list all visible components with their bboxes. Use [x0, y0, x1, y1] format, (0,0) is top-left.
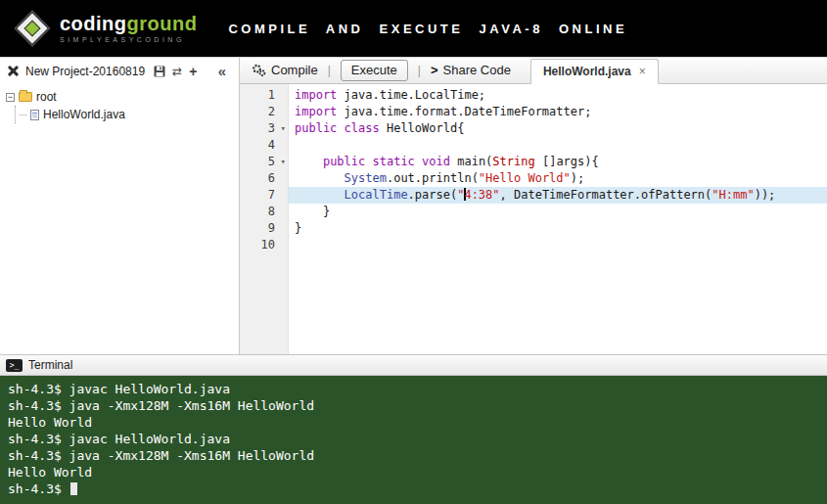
tree-children: HelloWorld.java [15, 106, 233, 123]
code-token: class [345, 121, 380, 135]
terminal-line: sh-4.3$ java -Xmx128M -Xms16M HelloWorld [8, 397, 819, 414]
code-line[interactable]: System.out.println("Hello World"); [289, 170, 827, 187]
terminal-line: sh-4.3$ javac HelloWorld.java [8, 431, 819, 447]
sync-project-icon[interactable]: ⇄ [172, 66, 182, 77]
code-token: public [323, 155, 365, 168]
code-token: } [295, 205, 330, 218]
editor-column: Compile | Execute | > Share Code HelloWo… [240, 58, 827, 354]
code-token: public [295, 121, 337, 135]
gutter-line-number: 3▾ [240, 120, 288, 137]
page-title: COMPILE AND EXECUTE JAVA-8 ONLINE [228, 22, 627, 36]
gutter-line-number: 9 [240, 220, 288, 237]
editor-lines[interactable]: import java.time.LocalTime;import java.t… [289, 84, 827, 354]
terminal-title: Terminal [28, 358, 72, 372]
save-icon[interactable] [154, 66, 165, 77]
fold-arrow-icon[interactable]: ▾ [281, 120, 286, 137]
terminal-header: >_ Terminal [0, 354, 827, 376]
execute-button[interactable]: Execute [341, 60, 408, 81]
gutter-line-number: 6 [240, 170, 288, 187]
code-token: import [295, 88, 337, 102]
project-tools-icon[interactable] [7, 65, 19, 77]
compile-button[interactable]: Compile [252, 63, 318, 77]
fold-arrow-icon[interactable]: ▾ [281, 154, 286, 170]
logo[interactable]: codingground SIMPLYEASYCODING [14, 10, 197, 47]
tree-expander-icon[interactable]: − [6, 93, 15, 102]
tree-node-root[interactable]: − root [6, 88, 233, 106]
gutter-line-number: 7 [240, 187, 288, 204]
site-header: codingground SIMPLYEASYCODING COMPILE AN… [0, 0, 827, 57]
code-token: java.time.format.DateTimeFormatter; [337, 105, 591, 118]
project-name: New Project-20160819 [25, 65, 145, 78]
share-label: Share Code [443, 63, 511, 77]
code-token: .parse( [408, 188, 458, 202]
code-token: LocalTime [345, 188, 408, 202]
share-icon: > [431, 63, 438, 77]
gutter-line-number: 2 [240, 104, 288, 120]
code-editor[interactable]: 123▾45▾678910 import java.time.LocalTime… [240, 84, 827, 354]
toolbar-buttons: Compile | Execute | > Share Code HelloWo… [252, 57, 659, 83]
code-token: "Hello World" [479, 171, 571, 185]
logo-text: codingground SIMPLYEASYCODING [60, 14, 197, 43]
editor-gutter: 123▾45▾678910 [240, 84, 289, 354]
terminal-cursor [70, 482, 77, 495]
project-header: New Project-20160819 ⇄ + « [0, 58, 239, 84]
terminal-line: sh-4.3$ javac HelloWorld.java [8, 381, 819, 397]
folder-icon [19, 92, 32, 102]
tree-node-file[interactable]: HelloWorld.java [20, 106, 233, 123]
add-file-icon[interactable]: + [189, 65, 197, 78]
code-token: ); [571, 171, 584, 185]
code-line[interactable] [289, 237, 827, 253]
terminal-output[interactable]: sh-4.3$ javac HelloWorld.javash-4.3$ jav… [0, 376, 827, 504]
file-tree: − root HelloWorld.java [0, 84, 239, 127]
code-line[interactable]: } [289, 220, 827, 237]
compile-label: Compile [271, 63, 318, 77]
code-token: String [492, 155, 534, 168]
terminal-line: sh-4.3$ java -Xmx128M -Xms16M HelloWorld [8, 447, 819, 464]
tree-root-label[interactable]: root [36, 90, 57, 104]
code-token: void [422, 155, 450, 168]
gutter-line-number: 10 [240, 237, 288, 253]
code-token [337, 121, 344, 135]
code-line[interactable]: public class HelloWorld{ [289, 120, 827, 137]
code-token: )); [755, 188, 776, 202]
terminal-line: Hello World [8, 414, 819, 431]
code-token: java.time.LocalTime; [337, 88, 485, 102]
code-line[interactable]: public static void main(String []args){ [289, 154, 827, 170]
share-code-button[interactable]: > Share Code [431, 63, 511, 77]
toolbar-separator: | [328, 64, 331, 77]
gears-icon [252, 64, 266, 77]
code-token: static [373, 155, 415, 168]
logo-word-coding: coding [60, 13, 127, 34]
code-token: .out.println( [387, 171, 479, 185]
terminal-line: sh-4.3$ [8, 481, 819, 497]
code-line[interactable]: import java.time.LocalTime; [289, 87, 827, 104]
gutter-line-number: 5▾ [240, 154, 288, 170]
editor-toolbar: Compile | Execute | > Share Code HelloWo… [240, 58, 827, 84]
code-token [295, 188, 345, 202]
app-window: codingground SIMPLYEASYCODING COMPILE AN… [0, 0, 827, 504]
main-area: New Project-20160819 ⇄ + « − root [0, 57, 827, 354]
codingground-logo-icon [14, 10, 51, 47]
collapse-panel-icon[interactable]: « [218, 63, 232, 79]
code-token: []args){ [535, 155, 599, 168]
code-token: } [295, 221, 301, 235]
code-line[interactable]: import java.time.format.DateTimeFormatte… [289, 104, 827, 120]
logo-word-ground: ground [127, 13, 198, 34]
tab-helloworld-java[interactable]: HelloWorld.java × [530, 59, 659, 84]
code-token: HelloWorld{ [380, 121, 465, 135]
code-line[interactable]: } [289, 204, 827, 220]
code-token [415, 155, 422, 168]
tab-close-icon[interactable]: × [639, 65, 646, 78]
code-line-active[interactable]: LocalTime.parse("4:38", DateTimeFormatte… [289, 187, 827, 204]
terminal-icon: >_ [6, 359, 23, 372]
code-token: System [345, 171, 387, 185]
project-sidebar: New Project-20160819 ⇄ + « − root [0, 58, 240, 354]
code-token: import [295, 105, 337, 118]
logo-tagline: SIMPLYEASYCODING [60, 36, 197, 43]
code-line[interactable] [289, 137, 827, 154]
code-token [295, 155, 323, 168]
code-token: "H:mm" [712, 188, 754, 202]
tree-file-label[interactable]: HelloWorld.java [43, 108, 125, 121]
code-token [365, 155, 372, 168]
code-token: 4:38" [464, 188, 499, 202]
